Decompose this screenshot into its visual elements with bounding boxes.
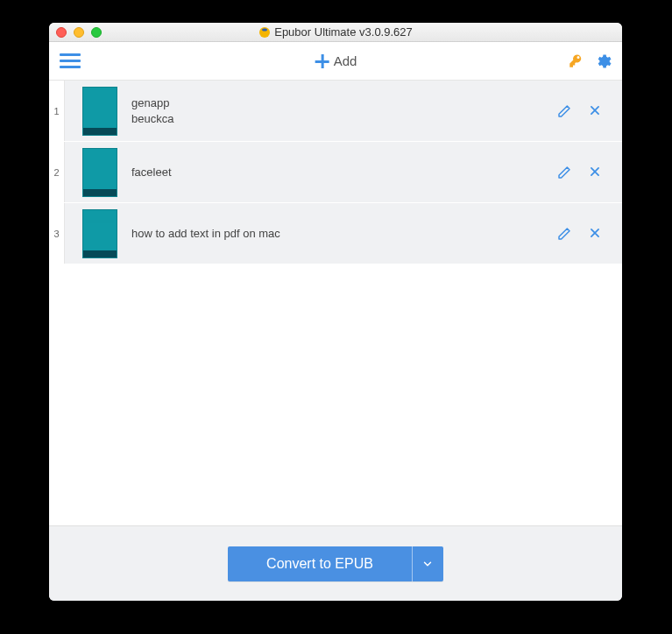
row-actions [557,166,622,180]
book-cover [82,209,117,258]
list-item[interactable]: 2 faceleet [49,142,622,203]
edit-icon[interactable] [557,104,571,118]
row-index: 1 [49,81,65,141]
convert-format-dropdown[interactable] [412,546,443,581]
book-cover [82,148,117,197]
remove-icon[interactable] [589,166,603,180]
list-item[interactable]: 3 how to add text in pdf on mac [49,203,622,264]
toolbar-right [568,53,615,70]
list-item[interactable]: 1 genapp beuckca [49,81,622,142]
add-label: Add [334,53,357,68]
book-cover [82,87,117,136]
remove-icon[interactable] [589,104,603,118]
window-title: Epubor Ultimate v3.0.9.627 [274,25,413,39]
close-window-button[interactable] [56,27,67,38]
book-title: genapp [131,95,557,111]
convert-label: Convert to EPUB [228,546,412,581]
book-text: genapp beuckca [131,95,557,126]
footer: Convert to EPUB [49,525,622,601]
edit-icon[interactable] [557,166,571,180]
plus-icon [315,53,330,69]
row-actions [557,104,622,118]
edit-icon[interactable] [557,227,571,241]
book-list: 1 genapp beuckca 2 faceleet [49,81,622,525]
row-actions [557,227,622,241]
maximize-window-button[interactable] [91,27,102,38]
add-button[interactable]: Add [315,53,357,69]
convert-button[interactable]: Convert to EPUB [228,546,443,581]
row-index: 3 [49,203,65,264]
titlebar: Epubor Ultimate v3.0.9.627 [49,23,622,42]
book-title: faceleet [131,165,557,180]
book-title: how to add text in pdf on mac [131,226,557,242]
minimize-window-button[interactable] [74,27,84,38]
book-text: faceleet [131,165,557,180]
license-key-icon[interactable] [568,53,584,69]
book-text: how to add text in pdf on mac [131,226,557,242]
remove-icon[interactable] [589,227,603,241]
app-icon [258,26,271,39]
row-index: 2 [49,142,65,202]
toolbar: Add [49,42,622,81]
menu-button[interactable] [60,51,81,72]
book-author: beuckca [131,111,557,127]
title-wrap: Epubor Ultimate v3.0.9.627 [258,25,413,39]
app-window: Epubor Ultimate v3.0.9.627 Add [49,23,622,601]
settings-icon[interactable] [594,53,612,70]
window-controls [56,27,102,38]
